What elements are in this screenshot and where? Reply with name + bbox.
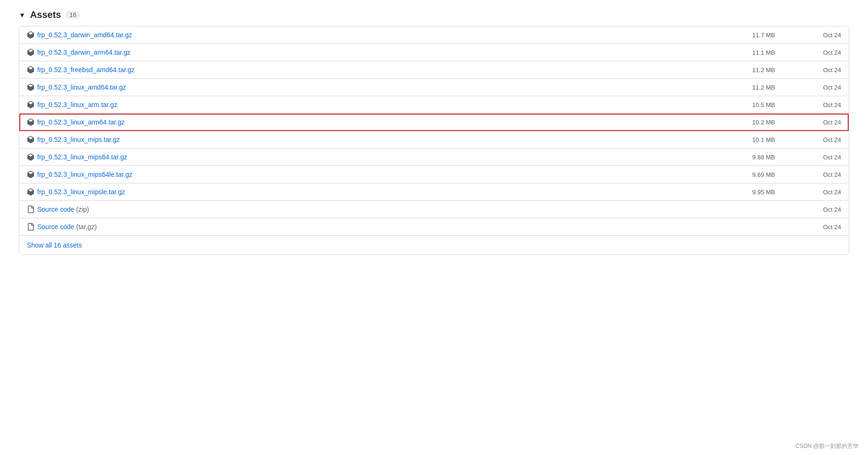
assets-section: ▼ Assets 16 frp_0.52.3_darwin_amd64.tar.… [19,9,849,255]
source-link-source-tar[interactable]: Source code (tar.gz) [37,223,97,231]
asset-row-linux-mips64[interactable]: frp_0.52.3_linux_mips64.tar.gz9.88 MBOct… [19,149,849,166]
source-date-source-zip: Oct 24 [803,206,841,213]
asset-name-col: frp_0.52.3_linux_arm64.tar.gz [27,118,718,126]
asset-row-linux-mips[interactable]: frp_0.52.3_linux_mips.tar.gz10.1 MBOct 2… [19,131,849,149]
package-icon [27,136,34,143]
asset-link-linux-mips64le[interactable]: frp_0.52.3_linux_mips64le.tar.gz [37,171,133,178]
assets-count-badge: 16 [66,11,80,19]
asset-link-freebsd-amd64[interactable]: frp_0.52.3_freebsd_amd64.tar.gz [37,66,134,74]
assets-title: Assets [30,9,61,20]
asset-link-linux-arm64[interactable]: frp_0.52.3_linux_arm64.tar.gz [37,118,125,126]
asset-name-col: frp_0.52.3_linux_amd64.tar.gz [27,83,718,91]
asset-row-linux-mips64le[interactable]: frp_0.52.3_linux_mips64le.tar.gz9.69 MBO… [19,166,849,183]
asset-size-linux-mips64le: 9.69 MB [718,171,775,178]
asset-link-linux-mips64[interactable]: frp_0.52.3_linux_mips64.tar.gz [37,153,127,161]
asset-row-darwin-arm64[interactable]: frp_0.52.3_darwin_arm64.tar.gz11.1 MBOct… [19,44,849,61]
asset-row-linux-mipsle[interactable]: frp_0.52.3_linux_mipsle.tar.gz9.95 MBOct… [19,183,849,201]
asset-size-linux-mips64: 9.88 MB [718,154,775,161]
asset-date-freebsd-amd64: Oct 24 [803,66,841,74]
asset-date-linux-arm64: Oct 24 [803,119,841,126]
asset-name-col: frp_0.52.3_linux_arm.tar.gz [27,101,718,108]
asset-name-col: frp_0.52.3_linux_mips64.tar.gz [27,153,718,161]
asset-size-linux-arm: 10.5 MB [718,101,775,108]
source-name-col-source-zip: Source code (zip) [27,206,718,213]
asset-row-linux-arm64[interactable]: frp_0.52.3_linux_arm64.tar.gz10.2 MBOct … [19,114,849,131]
asset-link-darwin-amd64[interactable]: frp_0.52.3_darwin_amd64.tar.gz [37,31,132,39]
package-icon [27,118,34,126]
source-icon [27,206,34,213]
asset-date-linux-amd64: Oct 24 [803,84,841,91]
assets-table: frp_0.52.3_darwin_amd64.tar.gz11.7 MBOct… [19,26,849,255]
package-icon [27,171,34,178]
asset-link-linux-amd64[interactable]: frp_0.52.3_linux_amd64.tar.gz [37,83,126,91]
package-icon [27,66,34,74]
asset-size-darwin-amd64: 11.7 MB [718,32,775,39]
asset-date-linux-mips: Oct 24 [803,136,841,143]
asset-link-darwin-arm64[interactable]: frp_0.52.3_darwin_arm64.tar.gz [37,49,131,56]
collapse-icon[interactable]: ▼ [19,11,25,19]
package-icon [27,153,34,161]
asset-name-col: frp_0.52.3_linux_mipsle.tar.gz [27,188,718,196]
package-icon [27,101,34,108]
package-icon [27,31,34,39]
assets-header: ▼ Assets 16 [19,9,849,20]
source-icon [27,223,34,231]
asset-date-linux-mips64: Oct 24 [803,154,841,161]
package-icon [27,49,34,56]
source-link-source-zip[interactable]: Source code (zip) [37,206,89,213]
asset-size-freebsd-amd64: 11.2 MB [718,66,775,74]
asset-size-linux-mipsle: 9.95 MB [718,189,775,196]
show-all-link[interactable]: Show all 16 assets [27,241,82,249]
package-icon [27,188,34,196]
show-all-row[interactable]: Show all 16 assets [19,236,849,255]
asset-name-col: frp_0.52.3_linux_mips.tar.gz [27,136,718,143]
asset-row-linux-arm[interactable]: frp_0.52.3_linux_arm.tar.gz10.5 MBOct 24 [19,96,849,114]
asset-date-linux-mipsle: Oct 24 [803,189,841,196]
asset-row-linux-amd64[interactable]: frp_0.52.3_linux_amd64.tar.gz11.2 MBOct … [19,79,849,96]
asset-row-freebsd-amd64[interactable]: frp_0.52.3_freebsd_amd64.tar.gz11.2 MBOc… [19,61,849,79]
asset-size-darwin-arm64: 11.1 MB [718,49,775,56]
asset-size-linux-mips: 10.1 MB [718,136,775,143]
asset-size-linux-arm64: 10.2 MB [718,119,775,126]
source-row-source-zip[interactable]: Source code (zip)Oct 24 [19,201,849,218]
asset-link-linux-mipsle[interactable]: frp_0.52.3_linux_mipsle.tar.gz [37,188,125,196]
asset-link-linux-arm[interactable]: frp_0.52.3_linux_arm.tar.gz [37,101,117,108]
source-date-source-tar: Oct 24 [803,223,841,231]
asset-date-darwin-arm64: Oct 24 [803,49,841,56]
asset-date-darwin-amd64: Oct 24 [803,32,841,39]
asset-name-col: frp_0.52.3_darwin_amd64.tar.gz [27,31,718,39]
source-name-col-source-tar: Source code (tar.gz) [27,223,718,231]
asset-date-linux-arm: Oct 24 [803,101,841,108]
asset-name-col: frp_0.52.3_darwin_arm64.tar.gz [27,49,718,56]
asset-name-col: frp_0.52.3_linux_mips64le.tar.gz [27,171,718,178]
asset-row-darwin-amd64[interactable]: frp_0.52.3_darwin_amd64.tar.gz11.7 MBOct… [19,26,849,44]
asset-name-col: frp_0.52.3_freebsd_amd64.tar.gz [27,66,718,74]
package-icon [27,83,34,91]
source-row-source-tar[interactable]: Source code (tar.gz)Oct 24 [19,218,849,236]
asset-date-linux-mips64le: Oct 24 [803,171,841,178]
asset-size-linux-amd64: 11.2 MB [718,84,775,91]
asset-link-linux-mips[interactable]: frp_0.52.3_linux_mips.tar.gz [37,136,120,143]
